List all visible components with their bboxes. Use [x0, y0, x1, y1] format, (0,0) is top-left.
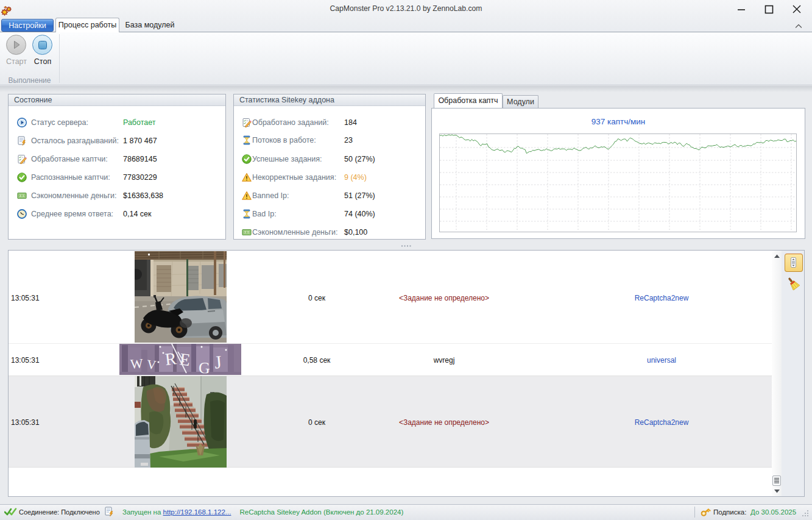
svg-text:W: W: [130, 355, 144, 371]
svg-text:G: G: [199, 359, 211, 375]
svg-text:V: V: [146, 357, 157, 372]
